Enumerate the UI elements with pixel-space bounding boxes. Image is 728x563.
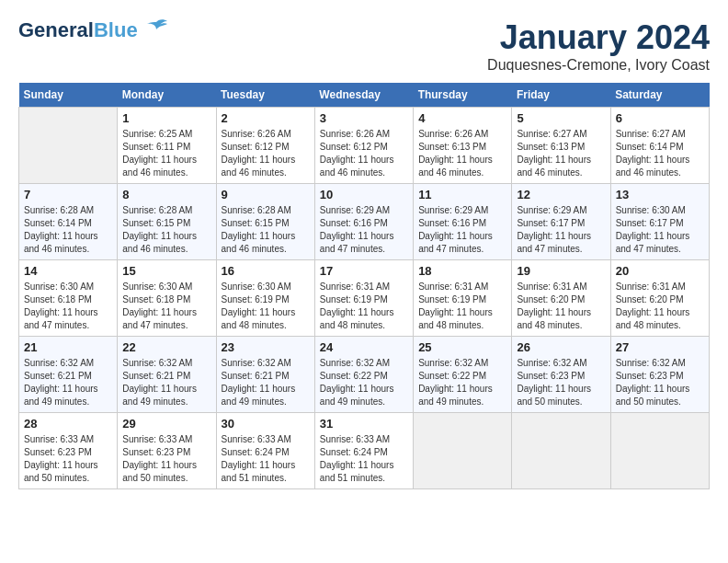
- calendar-cell: 9Sunrise: 6:28 AMSunset: 6:15 PMDaylight…: [216, 184, 314, 260]
- day-number: 19: [517, 264, 605, 278]
- cell-info: Sunrise: 6:32 AMSunset: 6:22 PMDaylight:…: [320, 357, 408, 408]
- calendar-cell: [19, 108, 118, 184]
- cell-info: Sunrise: 6:28 AMSunset: 6:14 PMDaylight:…: [24, 204, 112, 256]
- cell-info: Sunrise: 6:31 AMSunset: 6:20 PMDaylight:…: [517, 281, 605, 332]
- calendar-cell: 29Sunrise: 6:33 AMSunset: 6:23 PMDayligh…: [118, 413, 216, 489]
- cell-info: Sunrise: 6:29 AMSunset: 6:17 PMDaylight:…: [517, 204, 605, 256]
- calendar-cell: 2Sunrise: 6:26 AMSunset: 6:12 PMDaylight…: [216, 108, 314, 184]
- calendar-cell: 20Sunrise: 6:31 AMSunset: 6:20 PMDayligh…: [610, 260, 709, 337]
- cell-info: Sunrise: 6:26 AMSunset: 6:12 PMDaylight:…: [320, 128, 408, 179]
- month-title: January 2024: [487, 18, 710, 57]
- day-number: 9: [222, 188, 310, 201]
- cell-info: Sunrise: 6:28 AMSunset: 6:15 PMDaylight:…: [122, 204, 210, 256]
- calendar-cell: 17Sunrise: 6:31 AMSunset: 6:19 PMDayligh…: [314, 260, 413, 337]
- day-number: 18: [418, 264, 506, 278]
- weekday-header-friday: Friday: [512, 83, 610, 108]
- day-number: 24: [320, 340, 408, 354]
- calendar-cell: 18Sunrise: 6:31 AMSunset: 6:19 PMDayligh…: [414, 260, 512, 337]
- cell-info: Sunrise: 6:27 AMSunset: 6:14 PMDaylight:…: [616, 128, 704, 179]
- cell-info: Sunrise: 6:32 AMSunset: 6:22 PMDaylight:…: [418, 357, 506, 408]
- day-number: 2: [222, 111, 310, 125]
- day-number: 1: [122, 111, 210, 125]
- day-number: 10: [320, 188, 408, 201]
- calendar-cell: 3Sunrise: 6:26 AMSunset: 6:12 PMDaylight…: [314, 108, 413, 184]
- calendar-table: SundayMondayTuesdayWednesdayThursdayFrid…: [18, 83, 710, 489]
- day-number: 12: [517, 188, 605, 201]
- calendar-cell: 5Sunrise: 6:27 AMSunset: 6:13 PMDaylight…: [512, 108, 610, 184]
- calendar-week-row: 28Sunrise: 6:33 AMSunset: 6:23 PMDayligh…: [19, 413, 710, 489]
- calendar-cell: 23Sunrise: 6:32 AMSunset: 6:21 PMDayligh…: [216, 337, 314, 413]
- logo-bird-icon: [143, 18, 169, 43]
- cell-info: Sunrise: 6:27 AMSunset: 6:13 PMDaylight:…: [517, 128, 605, 179]
- calendar-cell: 22Sunrise: 6:32 AMSunset: 6:21 PMDayligh…: [118, 337, 216, 413]
- weekday-header-tuesday: Tuesday: [216, 83, 314, 108]
- weekday-header-sunday: Sunday: [19, 83, 118, 108]
- cell-info: Sunrise: 6:31 AMSunset: 6:20 PMDaylight:…: [616, 281, 704, 332]
- calendar-cell: 6Sunrise: 6:27 AMSunset: 6:14 PMDaylight…: [610, 108, 709, 184]
- calendar-cell: [414, 413, 512, 489]
- day-number: 8: [122, 188, 210, 201]
- day-number: 27: [616, 340, 704, 354]
- cell-info: Sunrise: 6:32 AMSunset: 6:23 PMDaylight:…: [517, 357, 605, 408]
- day-number: 28: [24, 417, 112, 431]
- calendar-cell: 21Sunrise: 6:32 AMSunset: 6:21 PMDayligh…: [19, 337, 118, 413]
- calendar-cell: 14Sunrise: 6:30 AMSunset: 6:18 PMDayligh…: [19, 260, 118, 337]
- cell-info: Sunrise: 6:32 AMSunset: 6:21 PMDaylight:…: [122, 357, 210, 408]
- cell-info: Sunrise: 6:28 AMSunset: 6:15 PMDaylight:…: [222, 204, 310, 256]
- calendar-cell: 11Sunrise: 6:29 AMSunset: 6:16 PMDayligh…: [414, 184, 512, 260]
- day-number: 13: [616, 188, 704, 201]
- title-block: January 2024 Duquesnes-Cremone, Ivory Co…: [487, 18, 710, 74]
- calendar-cell: 25Sunrise: 6:32 AMSunset: 6:22 PMDayligh…: [414, 337, 512, 413]
- day-number: 3: [320, 111, 408, 125]
- calendar-cell: 7Sunrise: 6:28 AMSunset: 6:14 PMDaylight…: [19, 184, 118, 260]
- calendar-week-row: 21Sunrise: 6:32 AMSunset: 6:21 PMDayligh…: [19, 337, 710, 413]
- day-number: 14: [24, 264, 112, 278]
- weekday-header-monday: Monday: [118, 83, 216, 108]
- day-number: 16: [222, 264, 310, 278]
- cell-info: Sunrise: 6:26 AMSunset: 6:12 PMDaylight:…: [222, 128, 310, 179]
- weekday-header-wednesday: Wednesday: [314, 83, 413, 108]
- calendar-cell: 31Sunrise: 6:33 AMSunset: 6:24 PMDayligh…: [314, 413, 413, 489]
- calendar-cell: 26Sunrise: 6:32 AMSunset: 6:23 PMDayligh…: [512, 337, 610, 413]
- cell-info: Sunrise: 6:33 AMSunset: 6:23 PMDaylight:…: [122, 433, 210, 485]
- cell-info: Sunrise: 6:26 AMSunset: 6:13 PMDaylight:…: [418, 128, 506, 179]
- day-number: 4: [418, 111, 506, 125]
- calendar-cell: 12Sunrise: 6:29 AMSunset: 6:17 PMDayligh…: [512, 184, 610, 260]
- cell-info: Sunrise: 6:29 AMSunset: 6:16 PMDaylight:…: [418, 204, 506, 256]
- day-number: 15: [122, 264, 210, 278]
- cell-info: Sunrise: 6:30 AMSunset: 6:19 PMDaylight:…: [222, 281, 310, 332]
- calendar-cell: [610, 413, 709, 489]
- calendar-cell: 19Sunrise: 6:31 AMSunset: 6:20 PMDayligh…: [512, 260, 610, 337]
- cell-info: Sunrise: 6:33 AMSunset: 6:23 PMDaylight:…: [24, 433, 112, 485]
- calendar-cell: 10Sunrise: 6:29 AMSunset: 6:16 PMDayligh…: [314, 184, 413, 260]
- day-number: 25: [418, 340, 506, 354]
- cell-info: Sunrise: 6:33 AMSunset: 6:24 PMDaylight:…: [320, 433, 408, 485]
- day-number: 22: [122, 340, 210, 354]
- day-number: 7: [24, 188, 112, 201]
- day-number: 30: [222, 417, 310, 431]
- weekday-header-saturday: Saturday: [610, 83, 709, 108]
- day-number: 11: [418, 188, 506, 201]
- cell-info: Sunrise: 6:32 AMSunset: 6:23 PMDaylight:…: [616, 357, 704, 408]
- day-number: 23: [222, 340, 310, 354]
- logo-text: GeneralBlue: [18, 19, 138, 41]
- calendar-cell: [512, 413, 610, 489]
- page-header: GeneralBlue January 2024 Duquesnes-Cremo…: [18, 18, 710, 74]
- cell-info: Sunrise: 6:29 AMSunset: 6:16 PMDaylight:…: [320, 204, 408, 256]
- cell-info: Sunrise: 6:31 AMSunset: 6:19 PMDaylight:…: [320, 281, 408, 332]
- calendar-cell: 28Sunrise: 6:33 AMSunset: 6:23 PMDayligh…: [19, 413, 118, 489]
- day-number: 21: [24, 340, 112, 354]
- weekday-header-row: SundayMondayTuesdayWednesdayThursdayFrid…: [19, 83, 710, 108]
- day-number: 31: [320, 417, 408, 431]
- calendar-cell: 16Sunrise: 6:30 AMSunset: 6:19 PMDayligh…: [216, 260, 314, 337]
- calendar-cell: 27Sunrise: 6:32 AMSunset: 6:23 PMDayligh…: [610, 337, 709, 413]
- cell-info: Sunrise: 6:25 AMSunset: 6:11 PMDaylight:…: [122, 128, 210, 179]
- calendar-cell: 24Sunrise: 6:32 AMSunset: 6:22 PMDayligh…: [314, 337, 413, 413]
- location-subtitle: Duquesnes-Cremone, Ivory Coast: [487, 57, 710, 74]
- calendar-week-row: 1Sunrise: 6:25 AMSunset: 6:11 PMDaylight…: [19, 108, 710, 184]
- calendar-cell: 30Sunrise: 6:33 AMSunset: 6:24 PMDayligh…: [216, 413, 314, 489]
- weekday-header-thursday: Thursday: [414, 83, 512, 108]
- day-number: 6: [616, 111, 704, 125]
- calendar-week-row: 7Sunrise: 6:28 AMSunset: 6:14 PMDaylight…: [19, 184, 710, 260]
- calendar-cell: 8Sunrise: 6:28 AMSunset: 6:15 PMDaylight…: [118, 184, 216, 260]
